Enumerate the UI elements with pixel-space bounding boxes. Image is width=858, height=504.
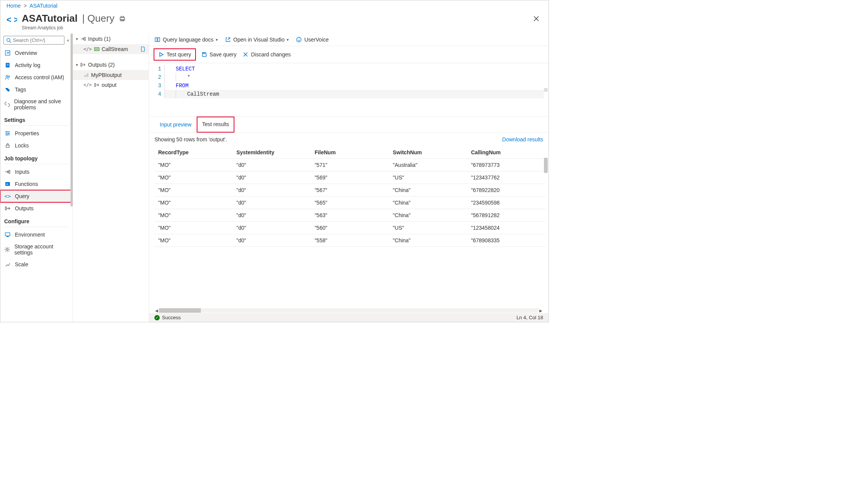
query-language-docs[interactable]: Query language docs ▾: [154, 37, 218, 43]
search-input[interactable]: [13, 37, 62, 43]
col-switchnum[interactable]: SwitchNum: [389, 146, 467, 159]
editor-resize-handle[interactable]: [544, 88, 548, 92]
uservoice[interactable]: UserVoice: [296, 37, 329, 43]
cursor-position: Ln 4, Col 18: [516, 315, 543, 320]
download-results-link[interactable]: Download results: [502, 136, 543, 142]
tab-input-preview[interactable]: Input preview: [154, 117, 197, 132]
table-row[interactable]: "MO""d0""560""US""123458024: [154, 222, 545, 234]
breadcrumb-home[interactable]: Home: [6, 3, 21, 9]
nav-query[interactable]: <> Query: [0, 190, 72, 202]
vertical-scrollbar[interactable]: [544, 158, 548, 173]
table-cell: "123458024: [467, 222, 545, 234]
query-icon: <>: [4, 193, 11, 200]
nav-access-control[interactable]: Access control (IAM): [0, 71, 72, 83]
svg-rect-23: [84, 37, 85, 40]
test-query-button[interactable]: Test query: [154, 49, 195, 60]
output-target-icon: [94, 82, 99, 88]
svg-rect-29: [95, 83, 96, 86]
nav-scale[interactable]: Scale: [0, 258, 72, 270]
code-tag-icon: </>: [83, 46, 92, 52]
table-cell: "678922820: [467, 184, 545, 197]
open-in-visual-studio[interactable]: Open in Visual Studio ▾: [225, 37, 289, 43]
table-cell: "d0": [233, 234, 311, 247]
hscroll-thumb[interactable]: [159, 308, 201, 313]
table-cell: "567891282: [467, 209, 545, 222]
col-systemidentity[interactable]: SystemIdentity: [233, 146, 311, 159]
nav-functions[interactable]: fx Functions: [0, 178, 72, 190]
nav-environment[interactable]: Environment: [0, 229, 72, 241]
col-recordtype[interactable]: RecordType: [154, 146, 233, 159]
col-callingnum[interactable]: CallingNum: [467, 146, 545, 159]
table-row[interactable]: "MO""d0""571""Australia""678973773: [154, 159, 545, 171]
col-filenum[interactable]: FileNum: [311, 146, 389, 159]
breadcrumb-current[interactable]: ASATutorial: [30, 3, 58, 9]
nav-label: Tags: [15, 86, 26, 93]
svg-rect-15: [6, 145, 9, 147]
toolbar-label: UserVoice: [304, 37, 329, 43]
save-query-button[interactable]: Save query: [201, 51, 237, 58]
locks-icon: [4, 142, 11, 149]
nav-activity-log[interactable]: Activity log: [0, 59, 72, 71]
nav-storage-settings[interactable]: Storage account settings: [0, 241, 72, 258]
nav-label: Storage account settings: [14, 243, 69, 256]
editor-content[interactable]: SELECT * FROM CallStream: [164, 63, 544, 116]
collapse-nav-button[interactable]: «: [67, 38, 69, 43]
tree-output-output[interactable]: </> output: [73, 80, 149, 90]
svg-point-31: [298, 39, 299, 40]
tree-output-pbi[interactable]: MyPBIoutput: [73, 70, 149, 80]
external-link-icon: [225, 37, 231, 43]
table-cell: "d0": [233, 184, 311, 197]
button-label: Save query: [210, 51, 237, 58]
tree-inputs-header[interactable]: ▾ Inputs (1): [73, 34, 149, 44]
table-cell: "d0": [233, 197, 311, 209]
tree-item-label: output: [102, 82, 117, 88]
nav-tags[interactable]: Tags: [0, 83, 72, 96]
tab-test-results[interactable]: Test results: [197, 117, 234, 133]
search-box[interactable]: [3, 36, 64, 45]
page-subtitle: Stream Analytics job: [22, 25, 530, 30]
svg-rect-8: [6, 64, 9, 64]
horizontal-scrollbar[interactable]: ◀ ▶: [149, 308, 548, 313]
svg-point-14: [6, 134, 8, 136]
scroll-left-arrow[interactable]: ◀: [154, 309, 159, 313]
editor-gutter: 1 2 3 4: [149, 63, 164, 116]
nav-inputs[interactable]: Inputs: [0, 166, 72, 178]
nav-outputs[interactable]: Outputs: [0, 202, 72, 214]
table-cell: "d0": [233, 209, 311, 222]
hscroll-track[interactable]: [159, 308, 539, 313]
table-cell: "MO": [154, 184, 233, 197]
table-row[interactable]: "MO""d0""569""US""123437762: [154, 171, 545, 184]
discard-changes-button[interactable]: Discard changes: [242, 51, 290, 58]
nav-label: Overview: [15, 50, 37, 56]
svg-point-22: [6, 249, 8, 251]
table-row[interactable]: "MO""d0""565""China""234590598: [154, 197, 545, 209]
tree-outputs-header[interactable]: ▾ Outputs (2): [73, 59, 149, 70]
top-toolbar: Query language docs ▾ Open in Visual Stu…: [149, 34, 548, 46]
table-cell: "MO": [154, 171, 233, 184]
svg-rect-2: [121, 16, 124, 18]
nav-locks[interactable]: Locks: [0, 139, 72, 152]
svg-rect-19: [5, 207, 6, 210]
table-row[interactable]: "MO""d0""558""China""678908335: [154, 234, 545, 247]
tree-inputs-label: Inputs (1): [88, 36, 111, 42]
table-row[interactable]: "MO""d0""567""China""678922820: [154, 184, 545, 197]
save-icon: [201, 51, 207, 58]
close-button[interactable]: [530, 13, 542, 25]
table-cell: "MO": [154, 197, 233, 209]
svg-line-5: [10, 41, 11, 43]
scroll-right-arrow[interactable]: ▶: [539, 309, 543, 313]
nav-label: Query: [15, 193, 29, 199]
nav-properties[interactable]: Properties: [0, 127, 72, 139]
sql-editor[interactable]: 1 2 3 4 SELECT * FROM CallStream: [149, 63, 548, 117]
nav-diagnose[interactable]: Diagnose and solve problems: [0, 96, 72, 113]
nav-overview[interactable]: Overview: [0, 47, 72, 59]
svg-point-4: [7, 38, 10, 41]
svg-rect-21: [6, 236, 9, 237]
x-icon: [242, 51, 249, 58]
print-icon[interactable]: [119, 15, 126, 22]
table-row[interactable]: "MO""d0""563""China""567891282: [154, 209, 545, 222]
tree-item-label: MyPBIoutput: [91, 72, 122, 78]
tree-input-callstream[interactable]: </> CallStream: [73, 44, 149, 54]
scrollbar-thumb[interactable]: [71, 34, 73, 206]
results-tabs: Input preview Test results: [149, 117, 548, 133]
